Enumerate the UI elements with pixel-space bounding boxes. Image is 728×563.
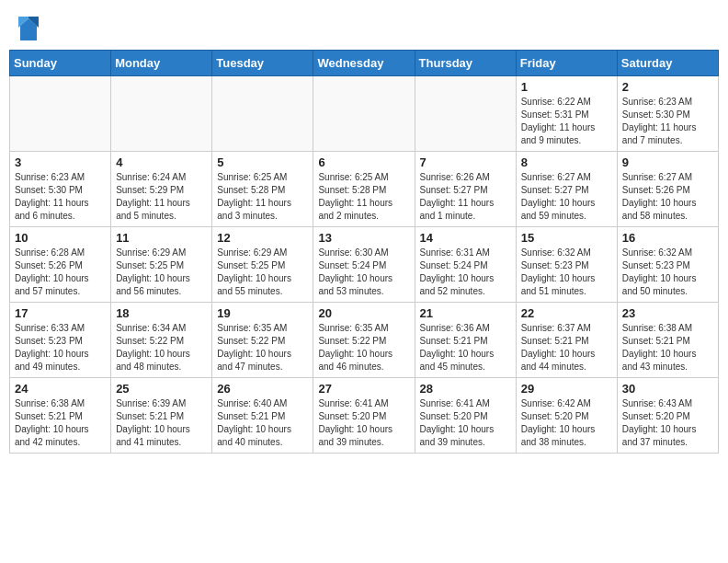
calendar-wrapper: SundayMondayTuesdayWednesdayThursdayFrid… <box>0 50 728 463</box>
calendar-cell: 24Sunrise: 6:38 AM Sunset: 5:21 PM Dayli… <box>10 378 111 454</box>
day-number: 7 <box>420 155 511 169</box>
day-info: Sunrise: 6:29 AM Sunset: 5:25 PM Dayligh… <box>217 247 308 298</box>
calendar-week-0: 1Sunrise: 6:22 AM Sunset: 5:31 PM Daylig… <box>10 76 719 152</box>
day-number: 12 <box>217 231 308 245</box>
weekday-header-row: SundayMondayTuesdayWednesdayThursdayFrid… <box>10 51 719 76</box>
calendar-cell: 6Sunrise: 6:25 AM Sunset: 5:28 PM Daylig… <box>313 152 415 227</box>
calendar-cell <box>313 76 415 152</box>
weekday-header-thursday: Thursday <box>415 51 516 76</box>
day-info: Sunrise: 6:39 AM Sunset: 5:21 PM Dayligh… <box>116 397 207 449</box>
logo <box>18 17 42 42</box>
weekday-header-sunday: Sunday <box>10 51 111 76</box>
day-info: Sunrise: 6:24 AM Sunset: 5:29 PM Dayligh… <box>116 171 207 223</box>
day-info: Sunrise: 6:25 AM Sunset: 5:28 PM Dayligh… <box>318 171 409 223</box>
calendar-cell: 23Sunrise: 6:38 AM Sunset: 5:21 PM Dayli… <box>617 303 718 378</box>
day-info: Sunrise: 6:33 AM Sunset: 5:23 PM Dayligh… <box>15 322 106 373</box>
calendar-cell: 13Sunrise: 6:30 AM Sunset: 5:24 PM Dayli… <box>313 227 415 303</box>
day-number: 23 <box>622 306 713 320</box>
page-header <box>0 0 728 50</box>
day-info: Sunrise: 6:28 AM Sunset: 5:26 PM Dayligh… <box>15 247 106 298</box>
day-number: 27 <box>318 382 409 396</box>
day-info: Sunrise: 6:38 AM Sunset: 5:21 PM Dayligh… <box>15 397 106 449</box>
day-info: Sunrise: 6:32 AM Sunset: 5:23 PM Dayligh… <box>622 247 713 298</box>
logo-icon <box>18 17 39 42</box>
day-info: Sunrise: 6:36 AM Sunset: 5:21 PM Dayligh… <box>420 322 511 373</box>
day-info: Sunrise: 6:26 AM Sunset: 5:27 PM Dayligh… <box>420 171 511 223</box>
day-number: 28 <box>420 382 511 396</box>
day-number: 4 <box>116 155 207 169</box>
calendar-cell: 12Sunrise: 6:29 AM Sunset: 5:25 PM Dayli… <box>212 227 313 303</box>
day-info: Sunrise: 6:27 AM Sunset: 5:27 PM Dayligh… <box>521 171 612 223</box>
day-number: 8 <box>521 155 612 169</box>
calendar-cell: 9Sunrise: 6:27 AM Sunset: 5:26 PM Daylig… <box>617 152 718 227</box>
day-info: Sunrise: 6:37 AM Sunset: 5:21 PM Dayligh… <box>521 322 612 373</box>
day-number: 20 <box>318 306 409 320</box>
weekday-header-saturday: Saturday <box>617 51 718 76</box>
day-info: Sunrise: 6:23 AM Sunset: 5:30 PM Dayligh… <box>15 171 106 223</box>
day-info: Sunrise: 6:31 AM Sunset: 5:24 PM Dayligh… <box>420 247 511 298</box>
day-info: Sunrise: 6:41 AM Sunset: 5:20 PM Dayligh… <box>420 397 511 449</box>
calendar-table: SundayMondayTuesdayWednesdayThursdayFrid… <box>9 50 719 454</box>
weekday-header-tuesday: Tuesday <box>212 51 313 76</box>
calendar-cell: 22Sunrise: 6:37 AM Sunset: 5:21 PM Dayli… <box>516 303 617 378</box>
calendar-cell: 10Sunrise: 6:28 AM Sunset: 5:26 PM Dayli… <box>10 227 111 303</box>
calendar-cell: 29Sunrise: 6:42 AM Sunset: 5:20 PM Dayli… <box>516 378 617 454</box>
calendar-cell: 19Sunrise: 6:35 AM Sunset: 5:22 PM Dayli… <box>212 303 313 378</box>
calendar-cell <box>415 76 516 152</box>
calendar-week-4: 24Sunrise: 6:38 AM Sunset: 5:21 PM Dayli… <box>10 378 719 454</box>
calendar-cell: 27Sunrise: 6:41 AM Sunset: 5:20 PM Dayli… <box>313 378 415 454</box>
day-info: Sunrise: 6:40 AM Sunset: 5:21 PM Dayligh… <box>217 397 308 449</box>
day-number: 15 <box>521 231 612 245</box>
calendar-cell: 20Sunrise: 6:35 AM Sunset: 5:22 PM Dayli… <box>313 303 415 378</box>
day-number: 1 <box>521 80 612 94</box>
calendar-cell: 25Sunrise: 6:39 AM Sunset: 5:21 PM Dayli… <box>111 378 212 454</box>
day-number: 21 <box>420 306 511 320</box>
calendar-cell: 4Sunrise: 6:24 AM Sunset: 5:29 PM Daylig… <box>111 152 212 227</box>
day-number: 14 <box>420 231 511 245</box>
day-info: Sunrise: 6:30 AM Sunset: 5:24 PM Dayligh… <box>318 247 409 298</box>
day-number: 17 <box>15 306 106 320</box>
weekday-header-wednesday: Wednesday <box>313 51 415 76</box>
calendar-cell: 2Sunrise: 6:23 AM Sunset: 5:30 PM Daylig… <box>617 76 718 152</box>
calendar-cell: 26Sunrise: 6:40 AM Sunset: 5:21 PM Dayli… <box>212 378 313 454</box>
calendar-cell: 28Sunrise: 6:41 AM Sunset: 5:20 PM Dayli… <box>415 378 516 454</box>
calendar-cell: 17Sunrise: 6:33 AM Sunset: 5:23 PM Dayli… <box>10 303 111 378</box>
calendar-week-3: 17Sunrise: 6:33 AM Sunset: 5:23 PM Dayli… <box>10 303 719 378</box>
day-number: 30 <box>622 382 713 396</box>
day-number: 5 <box>217 155 308 169</box>
day-number: 9 <box>622 155 713 169</box>
calendar-body: 1Sunrise: 6:22 AM Sunset: 5:31 PM Daylig… <box>10 76 719 454</box>
day-number: 25 <box>116 382 207 396</box>
day-info: Sunrise: 6:43 AM Sunset: 5:20 PM Dayligh… <box>622 397 713 449</box>
calendar-cell: 15Sunrise: 6:32 AM Sunset: 5:23 PM Dayli… <box>516 227 617 303</box>
calendar-cell <box>10 76 111 152</box>
day-info: Sunrise: 6:35 AM Sunset: 5:22 PM Dayligh… <box>318 322 409 373</box>
calendar-cell: 21Sunrise: 6:36 AM Sunset: 5:21 PM Dayli… <box>415 303 516 378</box>
calendar-cell <box>212 76 313 152</box>
day-info: Sunrise: 6:23 AM Sunset: 5:30 PM Dayligh… <box>622 96 713 147</box>
day-number: 22 <box>521 306 612 320</box>
calendar-cell: 14Sunrise: 6:31 AM Sunset: 5:24 PM Dayli… <box>415 227 516 303</box>
calendar-cell: 30Sunrise: 6:43 AM Sunset: 5:20 PM Dayli… <box>617 378 718 454</box>
day-number: 19 <box>217 306 308 320</box>
calendar-week-1: 3Sunrise: 6:23 AM Sunset: 5:30 PM Daylig… <box>10 152 719 227</box>
day-number: 26 <box>217 382 308 396</box>
day-number: 13 <box>318 231 409 245</box>
day-info: Sunrise: 6:41 AM Sunset: 5:20 PM Dayligh… <box>318 397 409 449</box>
calendar-cell: 8Sunrise: 6:27 AM Sunset: 5:27 PM Daylig… <box>516 152 617 227</box>
day-info: Sunrise: 6:35 AM Sunset: 5:22 PM Dayligh… <box>217 322 308 373</box>
day-number: 29 <box>521 382 612 396</box>
day-number: 6 <box>318 155 409 169</box>
day-number: 10 <box>15 231 106 245</box>
day-info: Sunrise: 6:32 AM Sunset: 5:23 PM Dayligh… <box>521 247 612 298</box>
day-info: Sunrise: 6:25 AM Sunset: 5:28 PM Dayligh… <box>217 171 308 223</box>
calendar-cell: 5Sunrise: 6:25 AM Sunset: 5:28 PM Daylig… <box>212 152 313 227</box>
weekday-header-friday: Friday <box>516 51 617 76</box>
calendar-week-2: 10Sunrise: 6:28 AM Sunset: 5:26 PM Dayli… <box>10 227 719 303</box>
day-number: 16 <box>622 231 713 245</box>
calendar-cell: 16Sunrise: 6:32 AM Sunset: 5:23 PM Dayli… <box>617 227 718 303</box>
day-number: 2 <box>622 80 713 94</box>
calendar-cell: 7Sunrise: 6:26 AM Sunset: 5:27 PM Daylig… <box>415 152 516 227</box>
calendar-cell: 11Sunrise: 6:29 AM Sunset: 5:25 PM Dayli… <box>111 227 212 303</box>
day-info: Sunrise: 6:38 AM Sunset: 5:21 PM Dayligh… <box>622 322 713 373</box>
